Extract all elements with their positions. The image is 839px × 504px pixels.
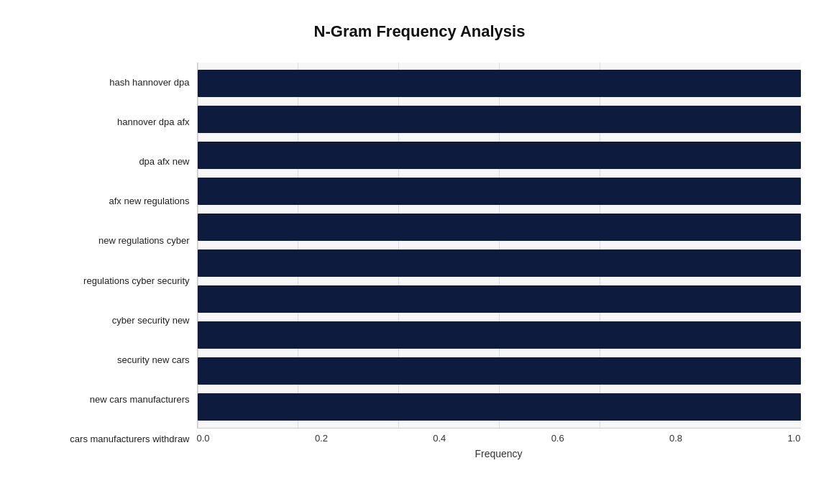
x-tick: 0.8 — [669, 433, 682, 444]
y-label: security new cars — [117, 342, 189, 377]
bar — [198, 321, 801, 349]
y-label: hash hannover dpa — [109, 64, 189, 100]
y-label: regulations cyber security — [83, 262, 189, 298]
bar — [198, 70, 801, 97]
x-tick: 0.6 — [551, 433, 564, 444]
chart-title: N-Gram Frequency Analysis — [314, 22, 526, 41]
bars-and-x: 0.00.20.40.60.81.0 Frequency — [197, 63, 801, 459]
bar-row — [198, 245, 801, 281]
chart-area: hash hannover dpahannover dpa afxdpa afx… — [39, 63, 801, 459]
x-tick: 0.4 — [433, 433, 446, 444]
bar-row — [198, 101, 801, 137]
y-label: cyber security new — [112, 302, 190, 338]
chart-container: N-Gram Frequency Analysis hash hannover … — [24, 8, 815, 497]
x-tick: 0.2 — [315, 433, 328, 444]
y-label: cars manufacturers withdraw — [70, 421, 189, 457]
bar — [198, 249, 801, 277]
bar — [198, 285, 801, 313]
x-tick: 1.0 — [787, 433, 800, 444]
bar-row — [198, 209, 801, 245]
x-axis-label: Frequency — [197, 448, 801, 459]
x-axis: 0.00.20.40.60.81.0 — [197, 429, 801, 444]
bar — [198, 142, 801, 169]
y-label: new regulations cyber — [98, 223, 189, 259]
bar-row — [198, 281, 801, 317]
y-label: dpa afx new — [139, 143, 189, 179]
y-label: new cars manufacturers — [90, 382, 190, 418]
bar-row — [198, 173, 801, 209]
bar — [198, 214, 801, 241]
bar-row — [198, 389, 801, 425]
bar-row — [198, 137, 801, 173]
bar-row — [198, 353, 801, 389]
bar — [198, 106, 801, 133]
bar-row — [198, 65, 801, 101]
y-label: hannover dpa afx — [117, 104, 189, 139]
bar — [198, 178, 801, 205]
y-axis: hash hannover dpahannover dpa afxdpa afx… — [39, 63, 197, 459]
bar-row — [198, 317, 801, 353]
bars-area — [197, 63, 801, 429]
y-label: afx new regulations — [109, 183, 189, 219]
x-tick: 0.0 — [197, 433, 210, 444]
bar — [198, 357, 801, 385]
bar — [198, 393, 801, 421]
